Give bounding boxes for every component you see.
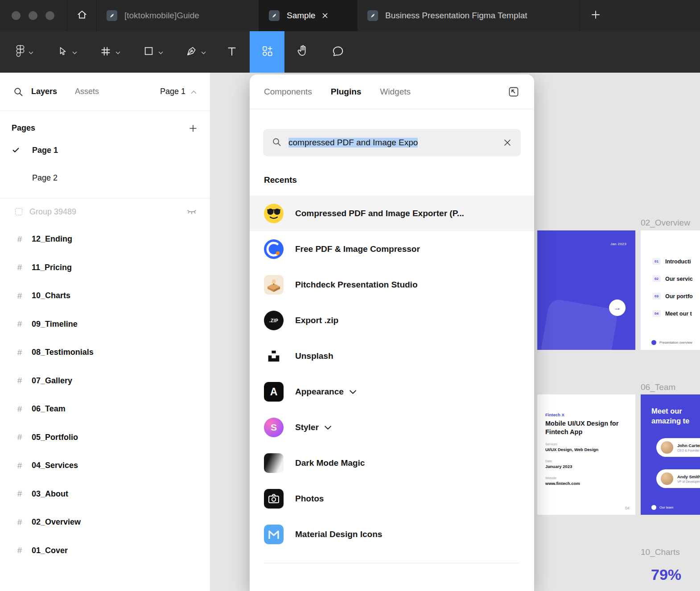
tab-plugins[interactable]: Plugins — [331, 87, 362, 97]
hand-tool-button[interactable] — [291, 31, 314, 73]
layer-row-frame[interactable]: #01_Cover — [0, 537, 210, 565]
layer-row-group[interactable]: Group 39489 — [0, 198, 210, 225]
plugin-row-free-compressor[interactable]: Free PDF & Image Compressor — [250, 231, 534, 267]
open-in-window-icon[interactable] — [507, 86, 520, 98]
slide-footer: Our team — [651, 505, 673, 510]
clear-search-icon[interactable] — [503, 138, 512, 147]
plugin-row-material-design-icons[interactable]: Material Design Icons — [250, 517, 534, 552]
footer-text: Presentation overview — [659, 341, 692, 345]
layer-row-frame[interactable]: #12_Ending — [0, 225, 210, 254]
plugin-row-pitchdeck[interactable]: Pitchdeck Presentation Studio — [250, 267, 534, 303]
page-row-page2[interactable]: Page 2 — [0, 164, 210, 192]
pages-title: Pages — [12, 123, 35, 133]
chevron-down-icon[interactable] — [350, 390, 356, 394]
canvas-frame-label-team[interactable]: 06_Team — [641, 382, 675, 392]
slide-team-info[interactable]: Fintech X Mobile UI/UX Design for Fintec… — [537, 394, 635, 515]
plugin-row-dark-mode-magic[interactable]: Dark Mode Magic — [250, 445, 534, 481]
frame-icon: # — [15, 291, 24, 301]
layer-row-frame[interactable]: #07_Gallery — [0, 367, 210, 395]
frame-label: 05_Portfolio — [32, 433, 78, 442]
frame-icon: # — [15, 234, 24, 244]
pen-tool-button[interactable] — [181, 31, 210, 73]
canvas-frame-label-charts[interactable]: 10_Charts — [641, 547, 680, 557]
figma-file-icon — [269, 10, 280, 21]
pen-icon — [185, 45, 197, 59]
main-menu-button[interactable] — [10, 31, 39, 73]
chevron-down-icon — [158, 48, 163, 56]
file-tab-label: [toktokmobile]Guide — [124, 11, 199, 21]
hidden-eye-icon[interactable] — [187, 209, 197, 215]
member-role: VP of Developm — [677, 480, 700, 483]
resources-modal: Components Plugins Widgets compressed PD… — [250, 74, 534, 591]
file-tab-active[interactable]: Sample — [259, 0, 357, 31]
overview-item-number: 03 — [652, 293, 661, 300]
meta-label: Date — [545, 460, 572, 463]
page-row-page1[interactable]: Page 1 — [0, 136, 210, 164]
plugin-search-input[interactable]: compressed PDF and Image Expo — [263, 129, 521, 156]
selected-text: compressed PDF and Image Expo — [288, 138, 418, 148]
compressor-icon — [264, 239, 284, 259]
layer-row-frame[interactable]: #02_Overview — [0, 508, 210, 537]
text-tool-button[interactable] — [223, 31, 241, 73]
tab-widgets[interactable]: Widgets — [380, 87, 411, 97]
plugin-row-unsplash[interactable]: Unsplash — [250, 338, 534, 374]
file-tab[interactable]: Business Presentation Figma Templat — [357, 0, 580, 31]
frame-label: 06_Team — [32, 404, 66, 414]
plugin-row-photos[interactable]: Photos — [250, 481, 534, 517]
new-tab-button[interactable] — [580, 0, 611, 31]
move-tool-button[interactable] — [54, 31, 81, 73]
file-tab[interactable]: [toktokmobile]Guide — [96, 0, 259, 31]
tab-layers[interactable]: Layers — [31, 87, 57, 96]
slide-overview-list[interactable]: 01 Introducti 02 Our servic 03 Our portf… — [641, 230, 700, 350]
pages-section-header: Pages — [0, 111, 210, 136]
plugin-row-export-zip[interactable]: .ZIP Export .zip — [250, 303, 534, 338]
overview-item-text: Introducti — [665, 259, 691, 265]
layer-row-frame[interactable]: #10_Charts — [0, 282, 210, 310]
file-tab-label: Sample — [287, 11, 315, 21]
layer-row-frame[interactable]: #04_Services — [0, 451, 210, 480]
canvas-frame-label-overview[interactable]: 02_Overview — [641, 218, 690, 228]
styler-icon: S — [264, 418, 284, 437]
slide-team-members[interactable]: Meet our amazing te John Carter CEO & Fo… — [641, 394, 700, 515]
close-tab-icon[interactable] — [321, 12, 329, 19]
chevron-down-icon[interactable] — [325, 426, 331, 430]
window-control-dot[interactable] — [45, 11, 54, 20]
add-page-button[interactable] — [189, 124, 198, 133]
plugin-label: Dark Mode Magic — [295, 458, 365, 468]
chevron-up-icon — [191, 87, 197, 96]
comment-tool-button[interactable] — [326, 31, 350, 73]
team-member-card: John Carter CEO & Founder — [656, 438, 700, 457]
window-controls[interactable] — [0, 0, 67, 31]
frame-label: 03_About — [32, 489, 68, 499]
layers-panel-header: Layers Assets Page 1 — [0, 73, 210, 111]
frame-tool-button[interactable] — [96, 31, 124, 73]
slide-footer: Presentation overview — [651, 340, 692, 345]
search-icon[interactable] — [13, 87, 23, 97]
plugin-row-styler[interactable]: S Styler — [250, 410, 534, 445]
overview-list-item: 04 Meet our t — [641, 305, 700, 322]
layer-row-frame[interactable]: #06_Team — [0, 395, 210, 423]
window-control-dot[interactable] — [29, 11, 37, 20]
tab-components[interactable]: Components — [264, 87, 312, 97]
slide-meta-website: Website www.fintech.com — [545, 476, 580, 486]
slide-overview-cover[interactable]: Jan 2023 → — [537, 230, 635, 350]
resources-tool-button[interactable] — [250, 31, 284, 73]
frame-label: 10_Charts — [32, 291, 70, 300]
layer-row-frame[interactable]: #09_Timeline — [0, 310, 210, 339]
tab-assets[interactable]: Assets — [75, 87, 99, 96]
plugin-row-compressed-pdf[interactable]: Compressed PDF and Image Exporter (P... — [250, 196, 534, 231]
layer-row-frame[interactable]: #05_Portfolio — [0, 423, 210, 452]
toolbar — [0, 31, 700, 73]
plugin-label: Compressed PDF and Image Exporter (P... — [295, 209, 464, 218]
overview-item-number: 01 — [652, 258, 661, 265]
layer-row-frame[interactable]: #08_Testimonials — [0, 338, 210, 367]
layer-row-frame[interactable]: #03_About — [0, 480, 210, 509]
window-control-dot[interactable] — [12, 11, 21, 20]
search-icon — [272, 137, 281, 148]
layer-row-frame[interactable]: #11_Pricing — [0, 254, 210, 282]
shape-tool-button[interactable] — [139, 31, 167, 73]
slide-title: Mobile UI/UX Design for Fintech App — [545, 419, 623, 436]
page-selector[interactable]: Page 1 — [160, 87, 197, 96]
home-button[interactable] — [67, 0, 96, 31]
plugin-row-appearance[interactable]: A Appearance — [250, 374, 534, 410]
